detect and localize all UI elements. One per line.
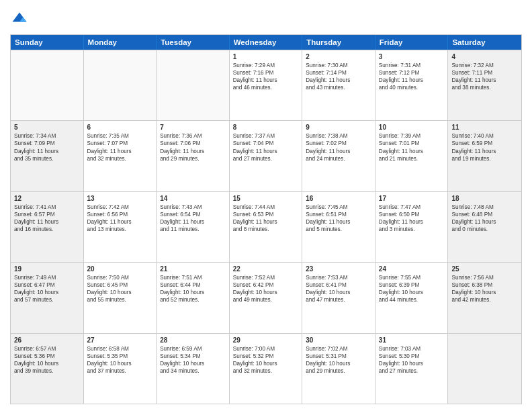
cell-sun-info: Sunrise: 7:32 AM Sunset: 7:11 PM Dayligh… (451, 62, 518, 91)
cal-header-tuesday: Tuesday (157, 35, 230, 50)
cal-cell-empty (84, 50, 157, 120)
day-number: 28 (160, 336, 226, 344)
cal-header-wednesday: Wednesday (230, 35, 303, 50)
cal-week-3: 12Sunrise: 7:41 AM Sunset: 6:57 PM Dayli… (11, 191, 521, 262)
cal-cell-day-30: 30Sunrise: 7:02 AM Sunset: 5:31 PM Dayli… (302, 334, 375, 404)
cal-cell-day-20: 20Sunrise: 7:50 AM Sunset: 6:45 PM Dayli… (84, 263, 157, 332)
day-number: 29 (233, 336, 299, 344)
cal-cell-empty (11, 50, 84, 120)
day-number: 11 (451, 124, 518, 131)
logo-icon (10, 10, 29, 29)
cal-cell-day-13: 13Sunrise: 7:42 AM Sunset: 6:56 PM Dayli… (84, 192, 157, 262)
cell-sun-info: Sunrise: 7:37 AM Sunset: 7:04 PM Dayligh… (233, 132, 299, 162)
day-number: 18 (451, 195, 518, 202)
cell-sun-info: Sunrise: 7:55 AM Sunset: 6:39 PM Dayligh… (379, 274, 445, 304)
cell-sun-info: Sunrise: 6:57 AM Sunset: 5:36 PM Dayligh… (14, 345, 80, 375)
day-number: 20 (87, 265, 153, 273)
cell-sun-info: Sunrise: 7:30 AM Sunset: 7:14 PM Dayligh… (306, 62, 371, 91)
day-number: 31 (379, 336, 445, 344)
cell-sun-info: Sunrise: 7:41 AM Sunset: 6:57 PM Dayligh… (14, 203, 80, 233)
cal-cell-day-15: 15Sunrise: 7:44 AM Sunset: 6:53 PM Dayli… (230, 192, 303, 262)
day-number: 5 (14, 124, 80, 131)
cell-sun-info: Sunrise: 7:35 AM Sunset: 7:07 PM Dayligh… (87, 132, 153, 162)
cal-cell-empty (157, 50, 230, 120)
day-number: 1 (233, 53, 299, 60)
cell-sun-info: Sunrise: 7:03 AM Sunset: 5:30 PM Dayligh… (379, 345, 445, 375)
cell-sun-info: Sunrise: 7:34 AM Sunset: 7:09 PM Dayligh… (14, 132, 80, 162)
cal-cell-day-25: 25Sunrise: 7:56 AM Sunset: 6:38 PM Dayli… (448, 263, 521, 332)
day-number: 10 (379, 124, 445, 131)
cal-cell-day-10: 10Sunrise: 7:39 AM Sunset: 7:01 PM Dayli… (375, 121, 449, 191)
day-number: 9 (306, 124, 371, 131)
cal-week-1: 1Sunrise: 7:29 AM Sunset: 7:16 PM Daylig… (11, 50, 521, 120)
cal-cell-day-17: 17Sunrise: 7:47 AM Sunset: 6:50 PM Dayli… (375, 192, 449, 262)
cal-cell-day-9: 9Sunrise: 7:38 AM Sunset: 7:02 PM Daylig… (302, 121, 375, 191)
cell-sun-info: Sunrise: 7:50 AM Sunset: 6:45 PM Dayligh… (87, 274, 153, 304)
cal-cell-day-24: 24Sunrise: 7:55 AM Sunset: 6:39 PM Dayli… (375, 263, 449, 332)
day-number: 27 (87, 336, 153, 344)
day-number: 17 (379, 195, 445, 202)
cal-cell-day-31: 31Sunrise: 7:03 AM Sunset: 5:30 PM Dayli… (375, 334, 449, 404)
cal-cell-day-27: 27Sunrise: 6:58 AM Sunset: 5:35 PM Dayli… (84, 334, 157, 404)
day-number: 30 (306, 336, 371, 344)
cal-cell-day-2: 2Sunrise: 7:30 AM Sunset: 7:14 PM Daylig… (302, 50, 375, 120)
cal-cell-day-18: 18Sunrise: 7:48 AM Sunset: 6:48 PM Dayli… (448, 192, 521, 262)
cal-week-2: 5Sunrise: 7:34 AM Sunset: 7:09 PM Daylig… (11, 120, 521, 191)
cell-sun-info: Sunrise: 7:51 AM Sunset: 6:44 PM Dayligh… (160, 274, 226, 304)
calendar-body: 1Sunrise: 7:29 AM Sunset: 7:16 PM Daylig… (11, 50, 521, 404)
cell-sun-info: Sunrise: 7:52 AM Sunset: 6:42 PM Dayligh… (233, 274, 299, 304)
cell-sun-info: Sunrise: 7:48 AM Sunset: 6:48 PM Dayligh… (451, 203, 518, 233)
cell-sun-info: Sunrise: 7:38 AM Sunset: 7:02 PM Dayligh… (306, 132, 371, 162)
cal-header-saturday: Saturday (448, 35, 521, 50)
cal-week-5: 26Sunrise: 6:57 AM Sunset: 5:36 PM Dayli… (11, 333, 521, 404)
cal-cell-empty (448, 334, 521, 404)
day-number: 12 (14, 195, 80, 202)
cal-cell-day-8: 8Sunrise: 7:37 AM Sunset: 7:04 PM Daylig… (230, 121, 303, 191)
cal-cell-day-1: 1Sunrise: 7:29 AM Sunset: 7:16 PM Daylig… (230, 50, 303, 120)
cell-sun-info: Sunrise: 7:44 AM Sunset: 6:53 PM Dayligh… (233, 203, 299, 233)
cell-sun-info: Sunrise: 7:47 AM Sunset: 6:50 PM Dayligh… (379, 203, 445, 233)
day-number: 6 (87, 124, 153, 131)
cell-sun-info: Sunrise: 7:42 AM Sunset: 6:56 PM Dayligh… (87, 203, 153, 233)
cal-cell-day-11: 11Sunrise: 7:40 AM Sunset: 6:59 PM Dayli… (448, 121, 521, 191)
day-number: 13 (87, 195, 153, 202)
day-number: 22 (233, 265, 299, 273)
day-number: 26 (14, 336, 80, 344)
cal-cell-day-19: 19Sunrise: 7:49 AM Sunset: 6:47 PM Dayli… (11, 263, 84, 332)
day-number: 7 (160, 124, 226, 131)
cell-sun-info: Sunrise: 7:56 AM Sunset: 6:38 PM Dayligh… (451, 274, 518, 304)
cell-sun-info: Sunrise: 7:49 AM Sunset: 6:47 PM Dayligh… (14, 274, 80, 304)
cal-cell-day-16: 16Sunrise: 7:45 AM Sunset: 6:51 PM Dayli… (302, 192, 375, 262)
cal-header-monday: Monday (84, 35, 157, 50)
day-number: 21 (160, 265, 226, 273)
cell-sun-info: Sunrise: 7:00 AM Sunset: 5:32 PM Dayligh… (233, 345, 299, 375)
day-number: 8 (233, 124, 299, 131)
cal-cell-day-29: 29Sunrise: 7:00 AM Sunset: 5:32 PM Dayli… (230, 334, 303, 404)
day-number: 4 (451, 53, 518, 60)
day-number: 24 (379, 265, 445, 273)
cell-sun-info: Sunrise: 7:31 AM Sunset: 7:12 PM Dayligh… (379, 62, 445, 91)
cal-cell-day-4: 4Sunrise: 7:32 AM Sunset: 7:11 PM Daylig… (448, 50, 521, 120)
calendar-header: SundayMondayTuesdayWednesdayThursdayFrid… (11, 35, 521, 50)
day-number: 3 (379, 53, 445, 60)
cal-cell-day-26: 26Sunrise: 6:57 AM Sunset: 5:36 PM Dayli… (11, 334, 84, 404)
cell-sun-info: Sunrise: 6:58 AM Sunset: 5:35 PM Dayligh… (87, 345, 153, 375)
cell-sun-info: Sunrise: 7:29 AM Sunset: 7:16 PM Dayligh… (233, 62, 299, 91)
cell-sun-info: Sunrise: 7:43 AM Sunset: 6:54 PM Dayligh… (160, 203, 226, 233)
cell-sun-info: Sunrise: 7:39 AM Sunset: 7:01 PM Dayligh… (379, 132, 445, 162)
cal-header-friday: Friday (375, 35, 449, 50)
day-number: 15 (233, 195, 299, 202)
cal-header-thursday: Thursday (302, 35, 375, 50)
day-number: 19 (14, 265, 80, 273)
cell-sun-info: Sunrise: 6:59 AM Sunset: 5:34 PM Dayligh… (160, 345, 226, 375)
logo (10, 10, 32, 29)
cal-header-sunday: Sunday (11, 35, 84, 50)
cal-cell-day-3: 3Sunrise: 7:31 AM Sunset: 7:12 PM Daylig… (375, 50, 449, 120)
cell-sun-info: Sunrise: 7:45 AM Sunset: 6:51 PM Dayligh… (306, 203, 371, 233)
cal-week-4: 19Sunrise: 7:49 AM Sunset: 6:47 PM Dayli… (11, 262, 521, 332)
calendar: SundayMondayTuesdayWednesdayThursdayFrid… (10, 34, 522, 404)
cell-sun-info: Sunrise: 7:40 AM Sunset: 6:59 PM Dayligh… (451, 132, 518, 162)
header (10, 10, 522, 29)
cal-cell-day-21: 21Sunrise: 7:51 AM Sunset: 6:44 PM Dayli… (157, 263, 230, 332)
day-number: 14 (160, 195, 226, 202)
